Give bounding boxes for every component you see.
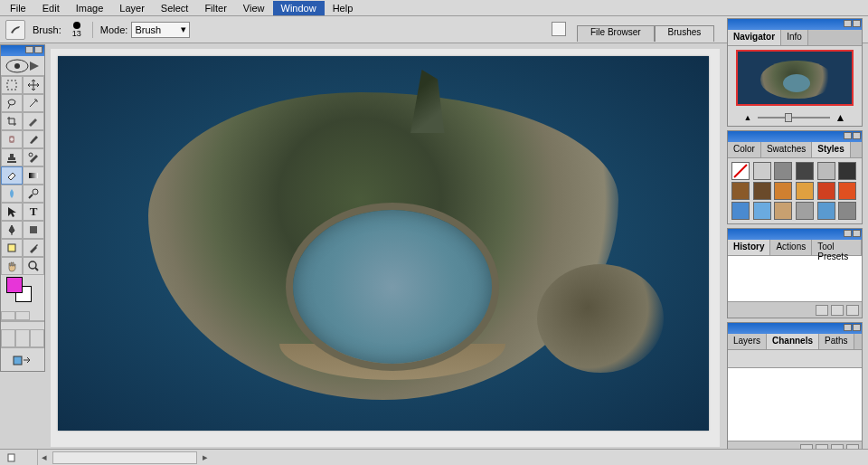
history-brush-tool[interactable] — [23, 148, 44, 166]
style-swatch[interactable] — [753, 162, 771, 180]
panel-titlebar[interactable] — [728, 131, 862, 142]
minimize-icon[interactable] — [25, 46, 33, 53]
menu-layer[interactable]: Layer — [111, 1, 153, 15]
tab-styles[interactable]: Styles — [812, 142, 850, 157]
style-swatch[interactable] — [731, 162, 750, 180]
style-swatch[interactable] — [774, 162, 792, 180]
style-swatch[interactable] — [796, 202, 814, 220]
screen-mode-full-menu[interactable] — [15, 329, 30, 347]
menu-filter[interactable]: Filter — [196, 1, 234, 15]
foreground-color[interactable] — [6, 277, 23, 293]
style-swatch[interactable] — [796, 182, 814, 200]
standard-mode-button[interactable] — [1, 311, 15, 320]
style-swatch[interactable] — [753, 202, 771, 220]
shape-tool[interactable] — [23, 221, 44, 239]
dodge-tool[interactable] — [23, 185, 44, 203]
slice-tool[interactable] — [23, 112, 44, 130]
panel-titlebar[interactable] — [728, 229, 862, 240]
close-icon[interactable] — [853, 132, 861, 139]
tab-brushes[interactable]: Brushes — [655, 25, 715, 42]
wand-tool[interactable] — [23, 94, 44, 112]
tab-paths[interactable]: Paths — [819, 334, 854, 349]
style-swatch[interactable] — [838, 202, 856, 220]
menu-select[interactable]: Select — [153, 1, 197, 15]
tab-info[interactable]: Info — [781, 30, 808, 45]
notes-tool[interactable] — [1, 239, 23, 257]
blur-tool[interactable] — [1, 185, 23, 203]
document-icon[interactable] — [552, 22, 566, 36]
minimize-icon[interactable] — [844, 20, 852, 27]
tab-swatches[interactable]: Swatches — [761, 142, 812, 157]
mode-dropdown[interactable]: Brush ▾ — [131, 22, 190, 38]
panel-titlebar[interactable] — [728, 323, 862, 334]
path-select-tool[interactable] — [1, 203, 23, 221]
eraser-tool[interactable] — [1, 166, 23, 185]
tab-layers[interactable]: Layers — [728, 334, 767, 349]
tab-channels[interactable]: Channels — [767, 334, 819, 349]
toolbox-titlebar[interactable] — [1, 45, 44, 56]
menu-file[interactable]: File — [2, 1, 34, 15]
hand-tool[interactable] — [1, 257, 23, 275]
navigator-thumbnail[interactable] — [736, 50, 854, 106]
close-icon[interactable] — [853, 230, 861, 237]
horizontal-scrollbar[interactable] — [52, 451, 197, 464]
style-swatch[interactable] — [838, 182, 856, 200]
zoom-in-icon[interactable]: ▲ — [835, 111, 846, 124]
screen-mode-standard[interactable] — [1, 329, 15, 347]
style-swatch[interactable] — [838, 162, 856, 180]
menu-help[interactable]: Help — [325, 1, 362, 15]
style-swatch[interactable] — [731, 182, 750, 200]
canvas[interactable] — [58, 56, 709, 431]
style-swatch[interactable] — [817, 162, 835, 180]
style-swatch[interactable] — [731, 202, 750, 220]
lasso-tool[interactable] — [1, 94, 23, 112]
gradient-tool[interactable] — [23, 166, 44, 185]
status-zoom[interactable] — [0, 450, 38, 465]
quickmask-mode-button[interactable] — [15, 311, 30, 320]
channels-list[interactable] — [728, 368, 862, 441]
panel-titlebar[interactable] — [728, 19, 862, 30]
tab-tool-presets[interactable]: Tool Presets — [812, 240, 862, 255]
close-icon[interactable] — [853, 20, 861, 27]
screen-mode-full[interactable] — [30, 329, 44, 347]
style-swatch[interactable] — [817, 202, 835, 220]
zoom-out-icon[interactable]: ▲ — [744, 113, 752, 122]
stamp-tool[interactable] — [1, 148, 23, 166]
style-swatch[interactable] — [774, 202, 792, 220]
crop-tool[interactable] — [1, 112, 23, 130]
close-icon[interactable] — [853, 324, 861, 331]
menu-view[interactable]: View — [235, 1, 273, 15]
scroll-left-icon[interactable]: ◂ — [38, 451, 51, 464]
scroll-right-icon[interactable]: ▸ — [199, 451, 212, 464]
tab-history[interactable]: History — [728, 240, 770, 255]
marquee-tool[interactable] — [1, 76, 23, 94]
style-swatch[interactable] — [753, 182, 771, 200]
minimize-icon[interactable] — [844, 230, 852, 237]
minimize-icon[interactable] — [844, 132, 852, 139]
minimize-icon[interactable] — [844, 324, 852, 331]
new-document-button[interactable] — [831, 305, 844, 316]
menu-window[interactable]: Window — [273, 1, 325, 15]
type-tool[interactable]: T — [23, 203, 44, 221]
history-list[interactable] — [728, 256, 862, 301]
trash-button[interactable] — [846, 305, 859, 316]
brush-tool[interactable] — [23, 130, 44, 148]
tab-file-browser[interactable]: File Browser — [577, 25, 655, 42]
tab-color[interactable]: Color — [728, 142, 761, 157]
pen-tool[interactable] — [1, 221, 23, 239]
close-icon[interactable] — [34, 46, 42, 53]
style-swatch[interactable] — [817, 182, 835, 200]
heal-tool[interactable] — [1, 130, 23, 148]
eyedropper-tool[interactable] — [23, 239, 44, 257]
tab-actions[interactable]: Actions — [770, 240, 812, 255]
tool-preset-icon[interactable] — [5, 20, 25, 40]
menu-image[interactable]: Image — [68, 1, 112, 15]
style-swatch[interactable] — [796, 162, 814, 180]
brush-preview[interactable]: 13 — [69, 19, 85, 41]
zoom-tool[interactable] — [23, 257, 44, 275]
jump-to-button[interactable] — [1, 347, 44, 371]
style-swatch[interactable] — [774, 182, 792, 200]
tab-navigator[interactable]: Navigator — [728, 30, 781, 45]
menu-edit[interactable]: Edit — [34, 1, 68, 15]
new-snapshot-button[interactable] — [816, 305, 828, 316]
